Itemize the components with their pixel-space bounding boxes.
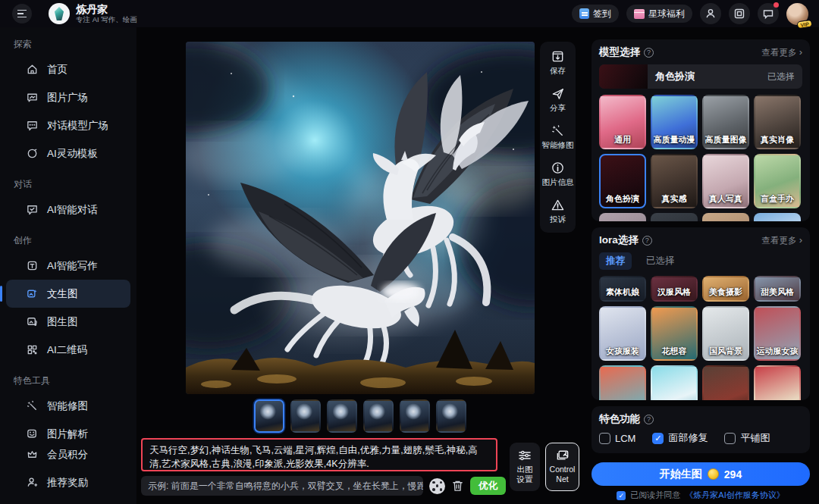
model-tile[interactable]: 真实肖像 [754,95,801,149]
features-options: ✓LCM ✓面部修复 ✓平铺图 [599,431,802,445]
tab-selected[interactable]: 已选择 [639,252,682,270]
checkbox-face-restore[interactable]: ✓面部修复 [652,431,708,445]
prompt-textarea[interactable]: 天马行空,梦幻,神话生物,飞马,云端,星河,辉煌,自由,优雅,力量,翅膀,鬃毛,… [141,438,497,471]
optimize-button[interactable]: 优化 [470,477,506,495]
planet-benefits-button[interactable]: 星球福利 [626,5,692,23]
help-icon[interactable]: ? [644,48,654,58]
model-tile[interactable]: 真实感 [651,154,698,208]
share-icon [551,86,565,101]
model-tile[interactable]: 高质量动漫 [651,95,698,149]
agreement-checkbox[interactable]: ✓ [617,491,626,500]
lora-tile-label: 国风背景 [704,346,748,357]
variant-thumbnails [254,399,466,433]
checkbox-lcm[interactable]: ✓LCM [599,433,635,444]
sidebar-item-ai-qrcode[interactable]: AI二维码 [6,336,130,364]
generate-button[interactable]: 开始生图 294 [592,462,810,486]
sidebar-item-smart-retouch[interactable]: 智能修图 [6,392,130,420]
model-tile[interactable]: 盲盒手办 [754,154,801,208]
variant-thumbnail-4[interactable] [363,399,394,433]
lora-tile[interactable]: 素体机娘 [599,276,646,302]
checkbox-icon: ✓ [652,433,664,444]
sidebar-item-ai-template[interactable]: AI灵动模板 [6,139,130,167]
save-button[interactable]: 保存 [550,49,566,77]
model-tile[interactable]: 真人写真 [702,154,749,208]
crown-icon [26,448,39,461]
random-dice-icon[interactable] [429,478,445,494]
lora-tile[interactable]: 漂亮女孩 [651,365,698,400]
chevron-right-icon: › [799,234,802,246]
tool-label: 图片信息 [542,177,574,188]
messages-button[interactable] [758,3,779,24]
checkbox-tiling[interactable]: ✓平铺图 [724,431,770,445]
variant-thumbnail-1[interactable] [254,399,284,433]
sidebar-item-ai-chat[interactable]: AI智能对话 [6,196,130,224]
sidebar-item-chat-model-plaza[interactable]: 对话模型广场 [6,111,130,139]
text-doc-icon [26,259,39,272]
person-icon [704,8,717,20]
lora-tile[interactable]: 女孩服装 [599,306,646,361]
variant-thumbnail-2[interactable] [290,399,321,433]
variant-thumbnail-6[interactable] [436,399,466,433]
agreement-row: ✓ 已阅读并同意 《炼丹家AI创作服务协议》 [592,490,810,501]
smart-retouch-button[interactable]: 智能修图 [542,124,574,151]
checkbox-icon: ✓ [724,433,736,444]
user-avatar[interactable]: VIP [786,3,808,25]
report-button[interactable]: 投诉 [550,198,566,225]
generated-image[interactable] [186,42,535,394]
model-tile[interactable] [754,213,801,221]
image-info-button[interactable]: 图片信息 [542,161,574,188]
lora-tile[interactable]: 甜美风格 [754,276,801,302]
lora-tile[interactable]: 国风背景 [702,306,749,361]
menu-icon[interactable] [12,4,32,23]
clear-prompt-button[interactable] [451,479,464,493]
calendar-icon [579,8,589,19]
help-icon[interactable]: ? [644,415,654,424]
tab-recommended[interactable]: 推荐 [599,252,632,270]
model-view-more[interactable]: 查看更多 › [761,46,802,58]
model-tile[interactable] [651,213,698,221]
tool-label: 智能修图 [542,140,574,151]
lora-view-more[interactable]: 查看更多 › [761,234,802,246]
variant-thumbnail-3[interactable] [327,399,357,433]
model-tile[interactable] [702,213,749,221]
right-panel: 模型选择 ? 查看更多 › 角色扮演 已选择 通用 高质量动漫 高质量图像 真实… [592,33,810,504]
checkin-button[interactable]: 签到 [572,5,619,23]
help-icon[interactable]: ? [642,236,652,246]
lora-tile[interactable]: 美食摄影 [702,276,749,302]
lora-tile[interactable]: 汉服风格 [651,276,698,302]
app-download-button[interactable] [729,3,750,24]
share-button[interactable]: 分享 [550,86,566,114]
lora-tile[interactable]: 国潮插画 [599,365,646,400]
model-tile[interactable]: 通用 [599,95,646,149]
top-bar: 炼丹家 专注 AI 写作、绘画 签到 星球福利 VIP [0,0,819,27]
selected-model-name: 角色扮演 [655,70,695,83]
model-tile[interactable] [599,213,646,221]
app-logo[interactable] [49,3,70,24]
lora-select-title: lora选择 [599,233,639,247]
sidebar-item-image-to-image[interactable]: 图生图 [6,308,130,336]
sidebar-item-home[interactable]: 首页 [6,55,130,83]
sidebar-item-member-points[interactable]: 会员积分 [6,440,130,468]
model-tile[interactable]: 角色扮演 [599,154,646,208]
image-refresh-icon [26,315,39,328]
selected-model-bar[interactable]: 角色扮演 已选择 [599,64,802,89]
sidebar-item-referral-reward[interactable]: 推荐奖励 [6,468,130,496]
agreement-link[interactable]: 《炼丹家AI创作服务协议》 [685,490,784,501]
tool-label: 保存 [550,66,566,77]
lora-tile[interactable]: 花想容 [651,306,698,361]
lora-tile[interactable]: 古典油画 [702,365,749,400]
checkbox-label: 平铺图 [740,431,770,445]
sidebar-item-image-plaza[interactable]: 图片广场 [6,83,130,111]
contacts-button[interactable] [700,3,721,24]
lora-tile[interactable]: 运动服女孩 [754,306,801,361]
output-settings-button[interactable]: 出图设置 [510,443,540,491]
sidebar-item-text-to-image[interactable]: 文生图 [6,280,130,308]
coin-icon [708,468,719,480]
sidebar-item-ai-writing[interactable]: AI智能写作 [6,252,130,280]
example-text[interactable]: 示例: 前面是一个非常自鸣得意的小兵，双臂交叉，坐在长凳上，慢跑装... [141,476,423,496]
lora-tile[interactable]: 日式软妹 [754,365,801,400]
model-tile[interactable]: 高质量图像 [702,95,749,149]
checkbox-icon: ✓ [599,433,610,444]
controlnet-button[interactable]: ControlNet [545,443,579,491]
variant-thumbnail-5[interactable] [400,399,430,433]
